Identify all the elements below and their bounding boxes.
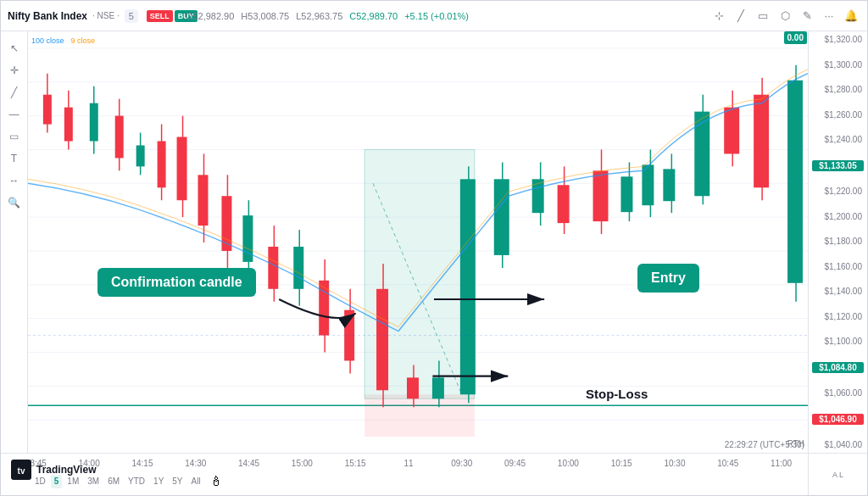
- price-1120: $1,120.00: [812, 312, 864, 321]
- cursor-icon[interactable]: ↖: [4, 38, 25, 59]
- price-axis: $1,320.00 $1,300.00 $1,280.00 $1,260.00 …: [808, 31, 867, 453]
- toolbar-left: Nifty Bank Index · NSE · 5 SELL BUY O52,…: [8, 8, 709, 25]
- time-1500: 15:00: [275, 459, 329, 468]
- svg-rect-69: [724, 108, 739, 154]
- chart-container: Nifty Bank Index · NSE · 5 SELL BUY O52,…: [0, 0, 868, 496]
- tab-1y[interactable]: 1Y: [150, 475, 167, 488]
- bottom-right-corner: A L: [808, 453, 867, 495]
- price-1240: $1,240.00: [812, 135, 864, 144]
- time-1030: 10:30: [648, 459, 702, 468]
- svg-rect-41: [319, 281, 329, 336]
- tab-all[interactable]: All: [188, 475, 204, 488]
- ellipse-tool-icon[interactable]: ⬡: [776, 7, 794, 25]
- zoom-icon[interactable]: 🔍: [4, 192, 25, 213]
- period-100: 100 close: [31, 36, 64, 45]
- tab-1d[interactable]: 1D: [31, 475, 49, 488]
- price-current-badge: $1,133.05: [812, 160, 864, 171]
- price-1200: $1,200.00: [812, 212, 864, 221]
- toolbar: Nifty Bank Index · NSE · 5 SELL BUY O52,…: [1, 1, 867, 31]
- line-tool-icon[interactable]: ╱: [732, 7, 750, 25]
- live-price-badge: 0.00: [784, 31, 807, 44]
- chart-svg: [1, 31, 808, 453]
- svg-rect-21: [90, 103, 98, 142]
- exchange-label: · NSE ·: [92, 11, 120, 20]
- price-1280: $1,280.00: [812, 85, 864, 94]
- tab-1m[interactable]: 1M: [64, 475, 82, 488]
- svg-rect-17: [43, 95, 52, 125]
- sell-buy-badges: SELL BUY: [147, 8, 181, 25]
- period-9: 9 close: [71, 36, 96, 45]
- ohlc-values: O52,982.90 H53,008.75 L52,963.75 C52,989…: [186, 11, 469, 21]
- low-value: L52,963.75: [296, 11, 342, 21]
- svg-rect-53: [494, 179, 509, 255]
- svg-rect-45: [376, 289, 388, 391]
- crosshair-tool-icon[interactable]: ⊹: [709, 7, 728, 25]
- price-1300: $1,300.00: [812, 60, 864, 70]
- rectangle-tool-icon[interactable]: ▭: [754, 7, 772, 25]
- svg-rect-13: [364, 394, 475, 437]
- tab-5[interactable]: 5: [51, 475, 63, 488]
- high-value: H53,008.75: [241, 11, 289, 21]
- time-1515: 15:15: [329, 459, 382, 468]
- price-1160: $1,160.00: [812, 262, 864, 271]
- svg-rect-19: [64, 108, 73, 142]
- time-0930: 09:30: [435, 459, 488, 468]
- price-1040: $1,040.00: [812, 440, 864, 449]
- rect-draw-icon[interactable]: ▭: [4, 126, 25, 147]
- time-11: 11: [382, 459, 436, 468]
- left-toolbar: ↖ ✛ ╱ ― ▭ T ↔ 🔍: [1, 31, 28, 453]
- tab-ytd[interactable]: YTD: [125, 475, 148, 488]
- time-1445: 14:45: [222, 459, 275, 468]
- time-1415: 14:15: [116, 459, 170, 468]
- svg-rect-71: [754, 95, 769, 188]
- trendline-icon[interactable]: ╱: [4, 82, 25, 103]
- corner-labels: A L: [832, 471, 843, 479]
- close-value: C52,989.70: [349, 11, 398, 21]
- alert-icon[interactable]: 🔔: [842, 7, 860, 25]
- price-1220: $1,220.00: [812, 187, 864, 196]
- hline-icon[interactable]: ―: [4, 104, 25, 125]
- time-0945: 09:45: [488, 459, 542, 468]
- svg-rect-61: [620, 176, 632, 212]
- stop-loss-label: Stop-Loss: [586, 387, 648, 401]
- crosshair-icon[interactable]: ✛: [4, 60, 25, 81]
- timeframe-badge[interactable]: 5: [125, 9, 138, 23]
- measure-icon[interactable]: ↔: [4, 170, 25, 191]
- tv-logo-text: TradingView: [36, 464, 96, 476]
- svg-rect-25: [136, 145, 145, 166]
- price-1100: $1,100.00: [812, 337, 864, 346]
- svg-rect-47: [407, 377, 419, 398]
- period-indicators: 100 close 9 close: [31, 36, 95, 45]
- sell-badge: SELL: [147, 10, 173, 22]
- pencil-tool-icon[interactable]: ✎: [798, 7, 816, 25]
- svg-rect-59: [593, 170, 609, 221]
- svg-rect-57: [558, 185, 570, 223]
- entry-label: Entry: [637, 264, 699, 293]
- al-label: A L: [832, 471, 843, 479]
- time-1430: 14:30: [169, 459, 222, 468]
- svg-rect-27: [158, 141, 166, 187]
- symbol-name: Nifty Bank Index: [8, 10, 87, 22]
- time-axis: 13:45 14:00 14:15 14:30 14:45 15:00 15:1…: [1, 453, 808, 495]
- chart-area: [1, 31, 808, 453]
- svg-rect-73: [787, 81, 803, 283]
- tab-3m[interactable]: 3M: [84, 475, 103, 488]
- candle-type-icon[interactable]: 🕯: [209, 475, 223, 488]
- rth-label: RTH: [787, 439, 804, 449]
- svg-rect-65: [663, 169, 675, 201]
- more-tools-icon[interactable]: ···: [820, 7, 838, 25]
- time-1045: 10:45: [701, 459, 754, 468]
- price-1046: $1,046.90: [812, 414, 864, 425]
- time-1015: 10:15: [595, 459, 648, 468]
- price-1060: $1,060.00: [812, 388, 864, 398]
- toolbar-right: ⊹ ╱ ▭ ⬡ ✎ ··· 🔔: [709, 7, 860, 25]
- svg-rect-51: [460, 179, 476, 394]
- tab-5y[interactable]: 5Y: [169, 475, 186, 488]
- price-1180: $1,180.00: [812, 237, 864, 246]
- timeframe-tabs: 1D 5 1M 3M 6M YTD 1Y 5Y All 🕯: [31, 475, 223, 488]
- tab-6m[interactable]: 6M: [104, 475, 123, 488]
- text-icon[interactable]: T: [4, 148, 25, 169]
- tv-logo-icon: tv: [11, 460, 31, 480]
- svg-rect-23: [115, 116, 124, 159]
- price-1260: $1,260.00: [812, 110, 864, 120]
